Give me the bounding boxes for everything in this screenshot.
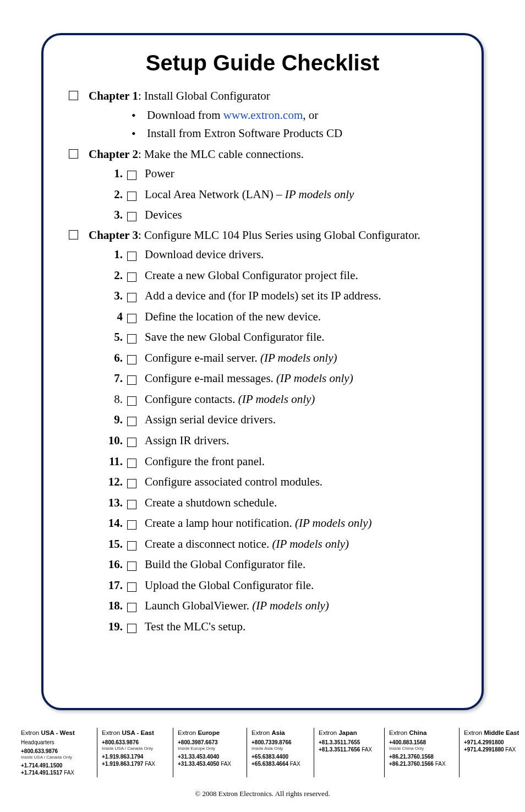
bullet-1-post: , or [303, 108, 318, 122]
ch3-item-4-checkbox[interactable] [127, 310, 140, 329]
ch2-item-3-text: Devices [145, 206, 460, 224]
region-name: Extron Europe [178, 729, 242, 737]
ch3-item-2-checkbox[interactable] [127, 269, 140, 287]
ch3-item-11-text: Configure the front panel. [145, 453, 460, 471]
ch3-item-6: 6.Configure e-mail server. (IP models on… [105, 349, 460, 370]
region-name: Extron Asia [251, 729, 309, 737]
chapter-1-checkbox[interactable] [69, 91, 89, 102]
extron-link[interactable]: www.extron.com [223, 108, 303, 122]
region-fax: +31.33.453.4050 FAX [178, 760, 242, 767]
region-phone-2: +1.919.863.1794 [102, 753, 168, 760]
region-phone-1: +81.3.3511.7655 [319, 739, 380, 746]
region-phone-2: +65.6383.4400 [251, 753, 309, 760]
ch3-item-1-checkbox[interactable] [127, 248, 140, 266]
ch3-item-19-text: Test the MLC's setup. [145, 618, 460, 636]
region-phone-1: +800.3987.6673 [178, 739, 242, 746]
ch3-item-13: 13.Create a shutdown schedule. [105, 494, 460, 515]
ch2-item-2-text: Local Area Network (LAN) – IP models onl… [145, 186, 460, 204]
ch3-item-10-text: Assign IR drivers. [145, 432, 460, 450]
ch3-item-15-checkbox[interactable] [127, 538, 140, 556]
ch3-item-14-num: 14. [105, 514, 123, 532]
ch3-item-12-checkbox[interactable] [127, 476, 140, 494]
region-phone-1: +800.633.9876 [102, 739, 168, 746]
ch2-item-1-checkbox[interactable] [127, 167, 140, 186]
ch3-item-16-num: 16. [105, 555, 123, 574]
ch3-item-12-num: 12. [105, 473, 123, 491]
region-china: Extron China+400.883.1568Inside China On… [384, 728, 459, 777]
ch3-item-9-checkbox[interactable] [127, 413, 140, 432]
chapter-3-heading-bold: Chapter 3 [89, 228, 138, 242]
ch3-item-8-checkbox[interactable] [127, 393, 140, 411]
ch3-item-4-num: 4 [105, 308, 123, 326]
region-middle-east: Extron Middle East+971.4.2991800+971.4.2… [459, 728, 523, 777]
region-fax: +971.4.2991880 FAX [464, 746, 519, 753]
region-phone-1: +971.4.2991800 [464, 739, 519, 746]
ch3-item-3-checkbox[interactable] [127, 290, 140, 308]
region-usa-east: Extron USA - East+800.633.9876Inside USA… [97, 728, 173, 777]
ch3-item-5-checkbox[interactable] [127, 331, 140, 349]
region-phone-1: +800.7339.8766 [251, 739, 309, 746]
ch2-item-1: 1. Power [105, 165, 460, 186]
ch3-item-9: 9.Assign serial device drivers. [105, 411, 460, 432]
ch3-item-8-num: 8. [105, 390, 123, 408]
ch3-item-3-num: 3. [105, 287, 123, 305]
ch3-item-4: 4Define the location of the new device. [105, 308, 460, 329]
ch3-item-7-num: 7. [105, 369, 123, 388]
ch3-item-16: 16.Build the Global Configurator file. [105, 555, 460, 576]
ch2-item-2-checkbox[interactable] [127, 188, 140, 206]
ch3-item-10-checkbox[interactable] [127, 434, 140, 453]
ch3-item-16-text: Build the Global Configurator file. [145, 555, 460, 574]
page-title: Setup Guide Checklist [65, 51, 460, 75]
region-japan: Extron Japan+81.3.3511.7655+81.3.3511.76… [314, 728, 384, 777]
ch3-item-17-checkbox[interactable] [127, 579, 140, 597]
copyright: © 2008 Extron Electronics. All rights re… [0, 789, 525, 798]
region-phone-1: +800.633.9876 [21, 748, 92, 755]
ch3-item-11-num: 11. [105, 453, 123, 471]
ch3-item-17: 17.Upload the Global Configurator file. [105, 576, 460, 597]
region-fax: +81.3.3511.7656 FAX [319, 746, 380, 753]
chapter-3: Chapter 3: Configure MLC 104 Plus Series… [65, 227, 460, 243]
chapter-2-items: 1. Power 2. Local Area Network (LAN) – I… [105, 165, 460, 227]
ch3-item-18-checkbox[interactable] [127, 600, 140, 618]
ch3-item-3: 3.Add a device and (for IP models) set i… [105, 287, 460, 308]
ch2-item-2-num: 2. [105, 186, 123, 204]
ch3-item-12-text: Configure associated control modules. [145, 473, 460, 491]
chapter-2-checkbox[interactable] [69, 149, 89, 161]
ch3-item-11-checkbox[interactable] [127, 455, 140, 473]
ch3-item-13-num: 13. [105, 494, 123, 512]
ch2-item-3: 3. Devices [105, 206, 460, 227]
region-fax: +65.6383.4664 FAX [251, 760, 309, 767]
ch3-item-17-num: 17. [105, 576, 123, 595]
region-phone-1-note: Inside Europe Only [178, 746, 242, 751]
footer-regions: Extron USA - WestHeadquarters+800.633.98… [0, 728, 525, 777]
ch3-item-9-text: Assign serial device drivers. [145, 411, 460, 429]
ch3-item-7-checkbox[interactable] [127, 372, 140, 390]
ch3-item-19-checkbox[interactable] [127, 620, 140, 639]
ch3-item-14: 14.Create a lamp hour notification. (IP … [105, 514, 460, 535]
ch3-item-8: 8.Configure contacts. (IP models only) [105, 390, 460, 411]
ch3-item-7-text: Configure e-mail messages. (IP models on… [145, 369, 460, 388]
ch2-item-3-checkbox[interactable] [127, 209, 140, 227]
chapter-3-checkbox[interactable] [69, 230, 89, 242]
ch3-item-14-checkbox[interactable] [127, 517, 140, 535]
ch2-item-2-ital: IP models only [285, 188, 354, 201]
ch3-item-5: 5.Save the new Global Configurator file. [105, 328, 460, 349]
ch2-item-1-num: 1. [105, 165, 123, 183]
region-name: Extron China [389, 729, 455, 737]
region-phone-1-note: Inside China Only [389, 746, 455, 751]
chapter-1-bullets: Download from www.extron.com, or Install… [132, 106, 460, 142]
ch2-item-1-text: Power [145, 165, 460, 183]
ch3-item-9-num: 9. [105, 411, 123, 429]
chapter-2-heading-bold: Chapter 2 [89, 148, 138, 161]
chapter-2: Chapter 2: Make the MLC cable connection… [65, 146, 460, 162]
chapter-3-items: 1.Download device drivers.2.Create a new… [105, 246, 460, 638]
ch3-item-15: 15.Create a disconnect notice. (IP model… [105, 535, 460, 556]
ch3-item-13-checkbox[interactable] [127, 497, 140, 515]
region-phone-2: +1.714.491.1500 [21, 762, 92, 769]
ch3-item-16-checkbox[interactable] [127, 558, 140, 576]
ch3-item-6-checkbox[interactable] [127, 352, 140, 370]
ch3-item-18: 18.Launch GlobalViewer. (IP models only) [105, 597, 460, 618]
ch3-item-4-text: Define the location of the new device. [145, 308, 460, 326]
ch3-item-8-text: Configure contacts. (IP models only) [145, 390, 460, 408]
chapter-1-heading: Chapter 1: Install Global Configurator [89, 88, 460, 104]
